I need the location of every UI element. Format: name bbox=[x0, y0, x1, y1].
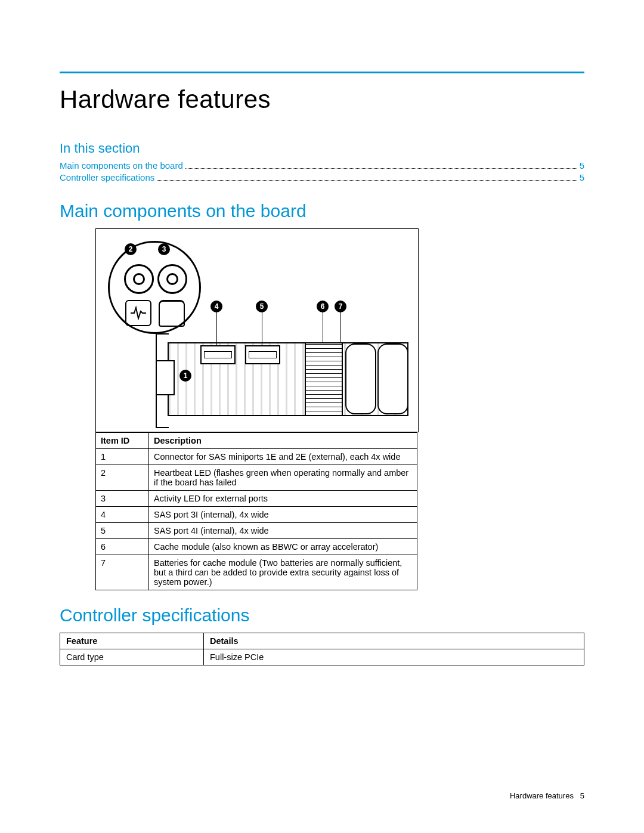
toc-leader-dots bbox=[157, 172, 577, 181]
components-table: Item ID Description 1Connector for SAS m… bbox=[95, 432, 417, 590]
table-row: 5SAS port 4I (internal), 4x wide bbox=[96, 523, 417, 539]
callout-1: 1 bbox=[179, 370, 191, 382]
toc-label: Controller specifications bbox=[60, 172, 154, 182]
page-footer: Hardware features 5 bbox=[510, 791, 584, 800]
page-title: Hardware features bbox=[60, 85, 584, 114]
table-row: 3Activity LED for external ports bbox=[96, 491, 417, 507]
table-row: 6Cache module (also known as BBWC or arr… bbox=[96, 539, 417, 555]
toc: Main components on the board 5 Controlle… bbox=[60, 160, 584, 183]
cell-details: Full-size PCIe bbox=[204, 649, 584, 665]
external-sas-connector bbox=[156, 360, 175, 395]
section-heading-controller-specs: Controller specifications bbox=[60, 605, 584, 625]
table-row: 2Heartbeat LED (flashes green when opera… bbox=[96, 465, 417, 491]
footer-page-number: 5 bbox=[580, 791, 584, 800]
cell-description: Cache module (also known as BBWC or arra… bbox=[149, 539, 417, 555]
cache-module bbox=[305, 342, 343, 416]
sas-port-4i bbox=[245, 345, 280, 364]
leader-line bbox=[323, 312, 323, 342]
cell-item-id: 2 bbox=[96, 465, 149, 491]
toc-row[interactable]: Controller specifications 5 bbox=[60, 172, 584, 184]
zoom-inset bbox=[108, 241, 201, 334]
cell-description: Activity LED for external ports bbox=[149, 491, 417, 507]
cell-description: Connector for SAS miniports 1E and 2E (e… bbox=[149, 449, 417, 465]
th-item-id: Item ID bbox=[96, 433, 149, 449]
battery-2 bbox=[377, 343, 408, 414]
activity-led-icon bbox=[157, 264, 187, 294]
callout-3: 3 bbox=[158, 243, 170, 255]
leader-line bbox=[262, 312, 262, 345]
cell-item-id: 7 bbox=[96, 555, 149, 590]
section-heading-main-components: Main components on the board bbox=[60, 201, 584, 221]
toc-page: 5 bbox=[580, 172, 584, 182]
cell-item-id: 6 bbox=[96, 539, 149, 555]
leader-line bbox=[216, 312, 217, 345]
callout-6: 6 bbox=[317, 301, 329, 312]
top-rule bbox=[60, 72, 584, 73]
cell-description: SAS port 4I (internal), 4x wide bbox=[149, 523, 417, 539]
toc-row[interactable]: Main components on the board 5 bbox=[60, 160, 584, 171]
footer-section-label: Hardware features bbox=[510, 791, 574, 800]
heartbeat-glyph-icon bbox=[125, 300, 151, 326]
cell-description: Heartbeat LED (flashes green when operat… bbox=[149, 465, 417, 491]
diagram-area: 2 3 1 4 5 6 7 Item ID Description 1Conne… bbox=[95, 228, 417, 590]
in-this-section-heading: In this section bbox=[60, 141, 584, 156]
toc-label: Main components on the board bbox=[60, 160, 183, 171]
controller-table: Feature Details Card typeFull-size PCIe bbox=[60, 633, 584, 665]
cell-description: SAS port 3I (internal), 4x wide bbox=[149, 507, 417, 523]
leader-line bbox=[340, 312, 341, 342]
th-details: Details bbox=[204, 633, 584, 649]
board-diagram: 2 3 1 4 5 6 7 bbox=[95, 228, 419, 432]
toc-leader-dots bbox=[185, 160, 577, 169]
heartbeat-led-icon bbox=[124, 264, 154, 294]
cell-item-id: 4 bbox=[96, 507, 149, 523]
table-row: 4SAS port 3I (internal), 4x wide bbox=[96, 507, 417, 523]
disk-glyph-icon bbox=[159, 300, 185, 327]
callout-5: 5 bbox=[256, 301, 268, 312]
table-row: Card typeFull-size PCIe bbox=[60, 649, 584, 665]
callout-4: 4 bbox=[210, 301, 222, 312]
th-feature: Feature bbox=[60, 633, 204, 649]
cell-item-id: 5 bbox=[96, 523, 149, 539]
callout-7: 7 bbox=[335, 301, 346, 312]
table-row: 7Batteries for cache module (Two batteri… bbox=[96, 555, 417, 590]
table-row: 1Connector for SAS miniports 1E and 2E (… bbox=[96, 449, 417, 465]
cell-item-id: 1 bbox=[96, 449, 149, 465]
page: Hardware features In this section Main c… bbox=[0, 0, 644, 833]
battery-1 bbox=[345, 343, 376, 414]
sas-port-3i bbox=[200, 345, 236, 364]
toc-page: 5 bbox=[580, 160, 584, 171]
cell-item-id: 3 bbox=[96, 491, 149, 507]
th-description: Description bbox=[149, 433, 417, 449]
callout-2: 2 bbox=[125, 243, 137, 255]
cell-feature: Card type bbox=[60, 649, 204, 665]
cell-description: Batteries for cache module (Two batterie… bbox=[149, 555, 417, 590]
